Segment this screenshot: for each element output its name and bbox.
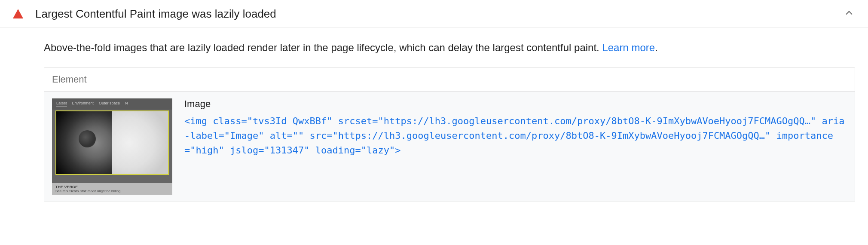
- learn-more-link[interactable]: Learn more: [602, 42, 655, 53]
- element-details: Image <img class="tvs3Id QwxBBf" srcset=…: [184, 98, 847, 195]
- description-text: Above-the-fold images that are lazily lo…: [44, 42, 602, 53]
- element-thumbnail: Latest Environment Outer space N THE VER…: [52, 98, 172, 195]
- audit-title: Largest Contentful Paint image was lazil…: [35, 7, 843, 21]
- element-code-snippet: <img class="tvs3Id QwxBBf" srcset="https…: [184, 114, 847, 158]
- table-header: Element: [44, 68, 855, 92]
- thumbnail-tabs: Latest Environment Outer space N: [52, 98, 172, 110]
- thumbnail-highlighted-image: [55, 110, 169, 175]
- audit-body: Above-the-fold images that are lazily lo…: [0, 28, 868, 209]
- audit-description: Above-the-fold images that are lazily lo…: [44, 40, 855, 55]
- element-label: Image: [184, 98, 847, 110]
- fail-triangle-icon: [13, 9, 23, 18]
- thumbnail-footer: THE VERGE Saturn's 'Death Star' moon mig…: [52, 183, 172, 195]
- thumbnail-caption: Saturn's 'Death Star' moon might be hidi…: [55, 189, 169, 193]
- element-table: Element Latest Environment Outer space N…: [44, 67, 855, 202]
- table-row: Latest Environment Outer space N THE VER…: [44, 92, 855, 202]
- audit-header[interactable]: Largest Contentful Paint image was lazil…: [0, 0, 868, 28]
- thumbnail-source: THE VERGE: [55, 185, 169, 189]
- chevron-up-icon[interactable]: [843, 7, 855, 21]
